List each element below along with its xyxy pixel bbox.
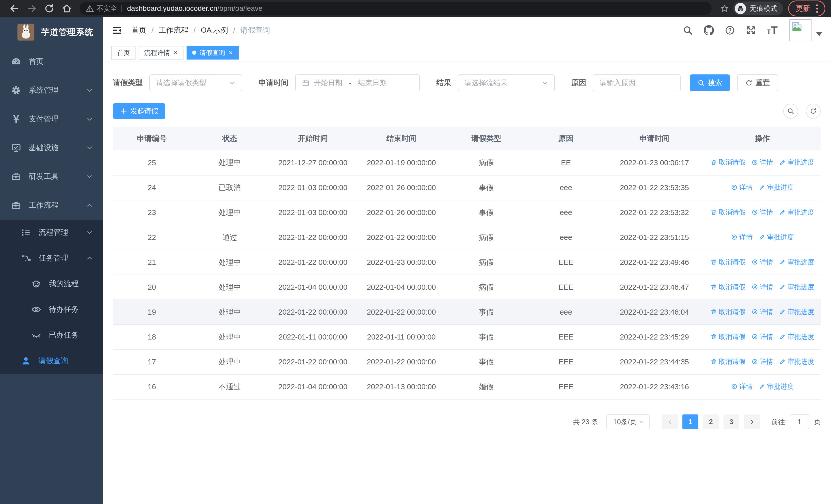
table-row: 16不通过2022-01-04 00:00:002022-01-13 00:00… [113, 375, 821, 399]
cell-actions: 取消请假详情审批进度 [704, 275, 821, 300]
cell-applied: 2022-01-22 23:44:35 [605, 350, 704, 375]
page-content: 请假类型 请选择请假类型 申请时间 开始日期 - 结束日期 结果 请选择流结果 [103, 62, 831, 504]
action-progress[interactable]: 审批进度 [779, 283, 814, 292]
sidebar-item-我的流程[interactable]: 我的流程 [0, 271, 103, 297]
sidebar-item-系统管理[interactable]: 系统管理 [0, 76, 103, 105]
address-bar[interactable]: 不安全 dashboard.yudao.iocoder.cn/bpm/oa/le… [80, 2, 712, 15]
cell-type: 事假 [446, 325, 527, 350]
action-cancel[interactable]: 取消请假 [710, 158, 745, 167]
fullscreen-icon[interactable] [746, 25, 756, 35]
reload-icon[interactable] [44, 3, 54, 13]
action-progress[interactable]: 审批进度 [779, 307, 814, 317]
not-secure-icon[interactable] [86, 4, 94, 12]
reason-input[interactable] [593, 75, 681, 91]
action-progress[interactable]: 审批进度 [779, 208, 814, 217]
refresh-table-button[interactable] [806, 104, 821, 119]
back-icon[interactable] [9, 3, 20, 13]
browser-menu-icon[interactable] [816, 4, 818, 13]
close-icon[interactable]: × [228, 49, 233, 56]
action-cancel[interactable]: 取消请假 [710, 258, 745, 267]
action-cancel[interactable]: 取消请假 [710, 357, 745, 366]
forward-icon[interactable] [27, 3, 37, 13]
sidebar-item-工作流程[interactable]: 工作流程 [0, 191, 103, 220]
cell-status: 处理中 [191, 350, 268, 375]
action-detail[interactable]: 详情 [731, 382, 752, 391]
user-icon [21, 355, 31, 366]
sidebar-item-支付管理[interactable]: ¥支付管理 [0, 105, 103, 134]
table-row: 23处理中2022-01-03 00:00:002022-01-26 00:00… [113, 200, 821, 225]
tags-view-bar: 首页流程详情×请假查询× [103, 43, 831, 62]
page-button-2[interactable]: 2 [703, 414, 719, 429]
search-button[interactable]: 搜索 [690, 75, 730, 91]
avatar-caret-icon[interactable] [816, 32, 822, 36]
action-cancel[interactable]: 取消请假 [710, 283, 745, 292]
tab-label: 请假查询 [199, 49, 225, 57]
cell-end: 2022-01-23 00:00:00 [357, 250, 446, 275]
create-leave-button[interactable]: 发起请假 [113, 103, 165, 119]
action-cancel[interactable]: 取消请假 [710, 332, 745, 341]
leave-type-select[interactable]: 请选择请假类型 [149, 75, 242, 91]
sidebar-collapse-icon[interactable] [111, 25, 123, 36]
action-detail[interactable]: 详情 [751, 332, 773, 341]
action-progress[interactable]: 审批进度 [779, 258, 814, 267]
sidebar-item-流程管理[interactable]: 流程管理 [0, 220, 103, 245]
browser-update-button[interactable]: 更新 [788, 1, 825, 17]
page-size-select[interactable]: 10条/页 [606, 414, 650, 429]
tab-首页[interactable]: 首页 [111, 46, 136, 60]
sidebar-item-请假查询[interactable]: 请假查询 [0, 348, 103, 374]
action-detail[interactable]: 详情 [751, 283, 773, 292]
total-count: 共 23 条 [573, 417, 598, 426]
action-progress[interactable]: 审批进度 [779, 158, 814, 167]
incognito-label: 无痕模式 [750, 4, 777, 13]
cell-reason: eee [527, 175, 605, 200]
sidebar-item-基础设施[interactable]: 基础设施 [0, 134, 103, 162]
tab-请假查询[interactable]: 请假查询× [187, 46, 239, 60]
action-detail[interactable]: 详情 [751, 208, 773, 217]
page-button-1[interactable]: 1 [682, 414, 698, 429]
breadcrumb-workflow[interactable]: 工作流程 [159, 25, 189, 35]
action-detail[interactable]: 详情 [751, 357, 773, 366]
home-icon[interactable] [62, 3, 72, 13]
prev-page-button[interactable] [662, 414, 678, 429]
action-progress[interactable]: 审批进度 [779, 357, 814, 366]
tab-流程详情[interactable]: 流程详情× [139, 46, 183, 60]
action-detail[interactable]: 详情 [751, 258, 773, 267]
url-path: /bpm/oa/leave [218, 4, 262, 12]
goto-page-input[interactable] [790, 414, 809, 429]
action-detail[interactable]: 详情 [731, 233, 752, 242]
apply-time-range-picker[interactable]: 开始日期 - 结束日期 [295, 75, 420, 91]
cell-end: 2022-01-22 00:00:00 [357, 225, 446, 250]
breadcrumb-oa[interactable]: OA 示例 [201, 25, 228, 35]
toggle-search-button[interactable] [783, 104, 798, 119]
page-button-3[interactable]: 3 [723, 414, 739, 429]
sidebar-item-待办任务[interactable]: 待办任务 [0, 297, 103, 322]
bookmark-star-icon[interactable] [720, 4, 729, 13]
action-progress[interactable]: 审批进度 [758, 183, 794, 192]
sidebar-item-任务管理[interactable]: 任务管理 [0, 245, 103, 271]
sidebar-item-首页[interactable]: 首页 [0, 47, 103, 76]
font-size-icon[interactable]: TT [767, 25, 778, 36]
action-cancel[interactable]: 取消请假 [710, 208, 745, 217]
breadcrumb-home[interactable]: 首页 [132, 25, 146, 35]
action-progress[interactable]: 审批进度 [779, 332, 814, 341]
avatar[interactable] [790, 19, 811, 41]
action-detail[interactable]: 详情 [731, 183, 752, 192]
sidebar-item-研发工具[interactable]: 研发工具 [0, 162, 103, 191]
sidebar-item-label: 待办任务 [49, 304, 79, 315]
next-page-button[interactable] [744, 414, 760, 429]
action-progress[interactable]: 审批进度 [758, 382, 794, 391]
sidebar-item-已办任务[interactable]: 已办任务 [0, 322, 103, 348]
action-detail[interactable]: 详情 [751, 158, 773, 167]
github-icon[interactable] [704, 25, 714, 35]
header-search-icon[interactable] [683, 25, 693, 35]
column-header: 申请编号 [113, 127, 191, 150]
app-logo-row[interactable]: 芋道管理系统 [0, 17, 103, 47]
cell-end: 2022-01-04 00:00:00 [357, 275, 446, 300]
close-icon[interactable]: × [173, 49, 178, 56]
result-select[interactable]: 请选择流结果 [458, 75, 555, 91]
help-icon[interactable] [725, 25, 735, 35]
action-detail[interactable]: 详情 [751, 307, 773, 317]
action-progress[interactable]: 审批进度 [758, 233, 794, 242]
reset-button[interactable]: 重置 [737, 75, 778, 91]
action-cancel[interactable]: 取消请假 [710, 307, 745, 317]
